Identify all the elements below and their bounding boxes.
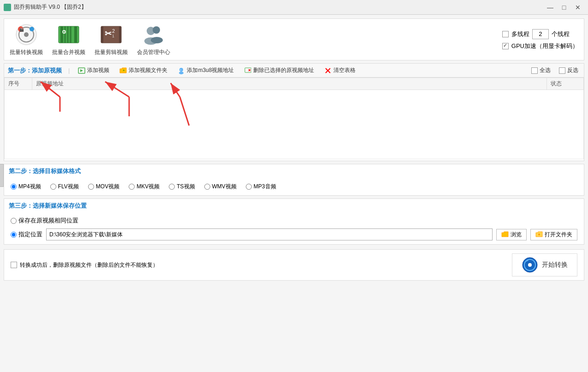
file-table-container: 序号 原视频地址 状态 bbox=[4, 78, 584, 161]
file-table: 序号 原视频地址 状态 bbox=[4, 78, 584, 90]
svg-rect-30 bbox=[245, 68, 251, 72]
app-title: 固乔剪辑助手 V9.0 【固乔2】 bbox=[14, 3, 544, 11]
format-mov[interactable]: MOV视频 bbox=[88, 183, 119, 191]
format-wmv[interactable]: WMV视频 bbox=[204, 183, 237, 191]
browse-label: 浏览 bbox=[511, 231, 522, 239]
step3-content: 保存在原视频相同位置 指定位置 浏览 bbox=[4, 213, 584, 244]
svg-rect-9 bbox=[64, 26, 66, 43]
format-mkv[interactable]: MKV视频 bbox=[129, 183, 160, 191]
col-status: 状态 bbox=[547, 78, 584, 90]
format-flv-label: FLV视频 bbox=[58, 183, 79, 191]
toolbar-edit[interactable]: ✂ 2 1 批量剪辑视频 bbox=[95, 23, 128, 56]
svg-point-5 bbox=[30, 27, 34, 31]
save-same-option[interactable]: 保存在原视频相同位置 bbox=[11, 216, 577, 225]
open-folder-button[interactable]: 打开文件夹 bbox=[530, 229, 577, 240]
invert-select-btn[interactable]: 反选 bbox=[557, 66, 580, 75]
merge-icon bbox=[57, 23, 81, 47]
settings-panel: 多线程 2 个线程 GPU加速（用显卡解码） bbox=[502, 29, 578, 50]
svg-rect-7 bbox=[60, 26, 63, 43]
format-flv[interactable]: FLV视频 bbox=[50, 183, 79, 191]
col-path: 原视频地址 bbox=[32, 78, 547, 90]
toolbar-merge[interactable]: 批量合并视频 bbox=[52, 23, 85, 56]
clear-table-btn[interactable]: 清空表格 bbox=[322, 66, 357, 75]
thread-setting: 多线程 2 个线程 bbox=[502, 29, 578, 39]
delete-original-label: 转换成功后，删除原视频文件（删除后的文件不能恢复） bbox=[20, 261, 158, 269]
format-mp3-label: MP3音频 bbox=[254, 183, 276, 191]
format-mkv-label: MKV视频 bbox=[137, 183, 160, 191]
gpu-checkbox[interactable] bbox=[502, 43, 509, 49]
toolbar-member[interactable]: 会员管理中心 bbox=[137, 23, 170, 56]
maximize-button[interactable]: □ bbox=[558, 3, 570, 12]
titlebar: 固乔剪辑助手 V9.0 【固乔2】 — □ ✕ bbox=[0, 0, 588, 15]
browse-button[interactable]: 浏览 bbox=[496, 229, 527, 240]
svg-rect-10 bbox=[67, 26, 69, 43]
add-folder-btn[interactable]: + 添加视频文件夹 bbox=[118, 66, 169, 75]
delete-icon bbox=[244, 67, 251, 74]
left-panel-tab[interactable] bbox=[0, 164, 4, 187]
start-convert-label: 开始转换 bbox=[542, 261, 568, 269]
svg-text:+: + bbox=[123, 68, 125, 72]
close-button[interactable]: ✕ bbox=[571, 3, 584, 12]
main-window: 🎬 批量转换视频 批量合并视频 bbox=[0, 15, 588, 372]
format-ts-label: TS视频 bbox=[177, 183, 195, 191]
svg-marker-25 bbox=[80, 69, 83, 72]
add-video-btn[interactable]: 添加视频 bbox=[76, 66, 111, 75]
toolbar-convert[interactable]: 🎬 批量转换视频 bbox=[10, 23, 43, 56]
save-same-label: 保存在原视频相同位置 bbox=[18, 216, 78, 225]
add-video-icon bbox=[78, 67, 85, 74]
save-specified-option[interactable]: 指定位置 bbox=[11, 230, 42, 239]
thread-count-input[interactable]: 2 bbox=[532, 29, 549, 39]
select-all-btn[interactable]: 全选 bbox=[529, 66, 552, 75]
step3-title: 第三步：选择新媒体保存位置 bbox=[4, 199, 584, 213]
svg-text:🎬: 🎬 bbox=[19, 27, 24, 32]
format-mp4[interactable]: MP4视频 bbox=[11, 183, 41, 191]
svg-rect-16 bbox=[119, 26, 121, 43]
select-all-checkbox[interactable] bbox=[531, 67, 538, 74]
format-mp4-label: MP4视频 bbox=[18, 183, 41, 191]
add-folder-icon: + bbox=[119, 67, 127, 74]
browse-icon bbox=[501, 231, 509, 238]
svg-text:+: + bbox=[180, 68, 182, 71]
format-wmv-label: WMV视频 bbox=[212, 183, 237, 191]
invert-select-checkbox[interactable] bbox=[559, 67, 565, 74]
svg-text:✂: ✂ bbox=[105, 29, 112, 38]
start-icon bbox=[522, 257, 538, 273]
svg-point-38 bbox=[528, 263, 532, 267]
save-specified-row: 指定位置 浏览 打开文件夹 bbox=[11, 228, 577, 240]
format-mp3[interactable]: MP3音频 bbox=[246, 183, 276, 191]
step2-title: 第二步：选择目标媒体格式 bbox=[4, 164, 584, 178]
delete-original-checkbox[interactable] bbox=[11, 262, 17, 268]
step3-section: 第三步：选择新媒体保存位置 保存在原视频相同位置 指定位置 bbox=[4, 198, 584, 245]
minimize-button[interactable]: — bbox=[544, 3, 557, 12]
toolbar: 🎬 批量转换视频 批量合并视频 bbox=[4, 18, 584, 60]
svg-point-21 bbox=[153, 26, 160, 34]
open-folder-icon bbox=[535, 231, 543, 238]
delete-original-option[interactable]: 转换成功后，删除原视频文件（删除后的文件不能恢复） bbox=[11, 261, 158, 269]
start-convert-button[interactable]: 开始转换 bbox=[512, 253, 577, 276]
col-index: 序号 bbox=[5, 78, 32, 90]
bottom-row: 转换成功后，删除原视频文件（删除后的文件不能恢复） 开始转换 bbox=[4, 249, 584, 281]
format-mov-label: MOV视频 bbox=[96, 183, 119, 191]
gpu-setting: GPU加速（用显卡解码） bbox=[502, 42, 578, 50]
content-area: 第一步：添加原视频 | 添加视频 + 添加视频文件夹 bbox=[4, 63, 584, 368]
edit-icon: ✂ 2 1 bbox=[99, 23, 123, 47]
svg-text:2: 2 bbox=[112, 28, 115, 34]
save-path-input[interactable] bbox=[46, 228, 493, 240]
svg-rect-8 bbox=[74, 26, 77, 43]
step1-title: 第一步：添加原视频 bbox=[8, 66, 62, 75]
save-specified-label: 指定位置 bbox=[18, 230, 42, 239]
svg-text:1: 1 bbox=[112, 34, 114, 38]
convert-label: 批量转换视频 bbox=[10, 48, 43, 56]
delete-selected-btn[interactable]: 删除已选择的原视频地址 bbox=[242, 66, 316, 75]
window-controls: — □ ✕ bbox=[544, 3, 584, 12]
svg-point-2 bbox=[24, 32, 29, 37]
svg-point-35 bbox=[538, 234, 540, 235]
gpu-label: GPU加速（用显卡解码） bbox=[511, 42, 578, 50]
step1-actionbar: 第一步：添加原视频 | 添加视频 + 添加视频文件夹 bbox=[4, 64, 584, 78]
multithread-checkbox[interactable] bbox=[502, 31, 509, 37]
svg-rect-11 bbox=[70, 26, 71, 43]
multithread-label: 多线程 bbox=[511, 30, 529, 38]
format-ts[interactable]: TS视频 bbox=[169, 183, 195, 191]
open-folder-label: 打开文件夹 bbox=[545, 231, 572, 239]
add-m3u8-btn[interactable]: + 添加m3u8视频地址 bbox=[176, 66, 236, 75]
